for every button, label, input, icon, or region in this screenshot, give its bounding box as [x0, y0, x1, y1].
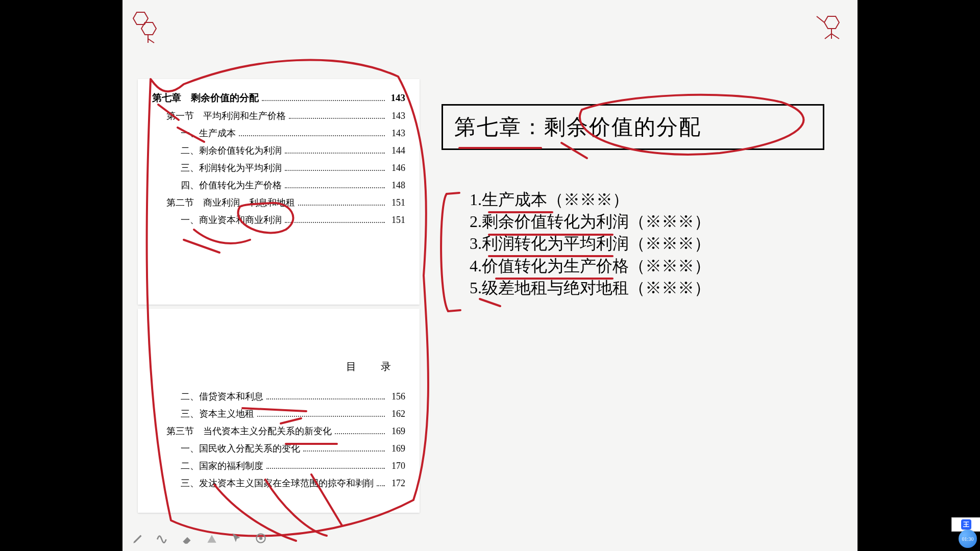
toc-row-label: 二、借贷资本和利息 — [181, 390, 263, 403]
toc-row-label: 三、利润转化为平均利润 — [181, 162, 282, 174]
side-badge-glyph: 王 — [961, 519, 971, 530]
toc-row-label: 第三节 当代资本主义分配关系的新变化 — [166, 425, 332, 437]
toc-row: 二、国家的福利制度170 — [152, 460, 405, 472]
toc-row: 二、剩余价值转化为利润144 — [152, 144, 405, 157]
svg-line-8 — [831, 34, 839, 39]
pointer-tool-icon[interactable] — [230, 532, 243, 545]
pen-tool-icon[interactable] — [132, 532, 145, 545]
toc-row: 三、利润转化为平均利润146 — [152, 162, 405, 174]
toc-page-bottom: 目 录 二、借贷资本和利息156三、资本主义地租162第三节 当代资本主义分配关… — [138, 309, 420, 513]
svg-point-10 — [259, 537, 263, 540]
hex-decoration-top-left — [128, 9, 163, 45]
toc-row-page: 143 — [388, 111, 405, 121]
outline-item: 1.生产成本（※※※） — [470, 189, 710, 211]
svg-line-3 — [148, 39, 154, 43]
toc-row-label: 一、国民收入分配关系的变化 — [181, 442, 300, 455]
toc-chapter-page: 143 — [388, 92, 405, 104]
toc-row-page: 144 — [388, 145, 405, 156]
toc-row: 二、借贷资本和利息156 — [152, 390, 405, 403]
toc-row-page: 148 — [388, 180, 405, 191]
slide-canvas: 第七章 剩余价值的分配 143 第一节 平均利润和生产价格143一、生产成本14… — [122, 0, 857, 551]
svg-marker-4 — [824, 16, 839, 29]
outline-item: 4.价值转化为生产价格（※※※） — [470, 255, 710, 277]
toc-row-label: 一、生产成本 — [181, 127, 236, 139]
toc-row-page: 146 — [388, 163, 405, 173]
toc-page-top: 第七章 剩余价值的分配 143 第一节 平均利润和生产价格143一、生产成本14… — [138, 79, 420, 305]
toc-row: 第一节 平均利润和生产价格143 — [152, 110, 405, 122]
outline-list: 1.生产成本（※※※） 2.剩余价值转化为利润（※※※） 3.利润转化为平均利润… — [470, 189, 710, 299]
wave-tool-icon[interactable] — [156, 532, 169, 545]
chapter-title-text: 第七章：剩余价值的分配 — [454, 115, 701, 139]
toc-row: 第三节 当代资本主义分配关系的新变化169 — [152, 425, 405, 437]
toc-row-page: 169 — [388, 426, 405, 437]
eraser-tool-icon[interactable] — [181, 532, 194, 545]
toc-row-label: 二、国家的福利制度 — [181, 460, 263, 472]
toc-row-label: 第二节 商业利润、利息和地租 — [166, 196, 295, 209]
toc-row-page: 151 — [388, 215, 405, 226]
toc-row-page: 143 — [388, 128, 405, 139]
hex-decoration-top-right — [813, 9, 848, 45]
svg-line-5 — [817, 16, 824, 22]
timer-text: 01:30 — [962, 536, 974, 542]
toc-row-page: 172 — [388, 478, 405, 489]
outline-item: 3.利润转化为平均利润（※※※） — [470, 233, 710, 255]
timer-bubble[interactable]: 01:30 — [959, 530, 977, 548]
toc-row: 一、国民收入分配关系的变化169 — [152, 442, 405, 455]
toc-row: 三、发达资本主义国家在全球范围的掠夺和剥削172 — [152, 477, 405, 489]
shape-tool-icon[interactable] — [205, 532, 218, 545]
toc-row-label: 第一节 平均利润和生产价格 — [166, 110, 286, 122]
outline-item: 2.剩余价值转化为利润（※※※） — [470, 211, 710, 233]
toc-row-page: 151 — [388, 197, 405, 208]
toc-row-label: 三、发达资本主义国家在全球范围的掠夺和剥削 — [181, 477, 374, 489]
chapter-title-box: 第七章：剩余价值的分配 — [442, 104, 824, 150]
toc-row: 一、生产成本143 — [152, 127, 405, 139]
record-tool-icon[interactable] — [254, 532, 267, 545]
toc-row: 一、商业资本和商业利润151 — [152, 214, 405, 226]
toc-row: 三、资本主义地租162 — [152, 408, 405, 420]
toc-row-label: 四、价值转化为生产价格 — [181, 179, 282, 191]
toc-row: 四、价值转化为生产价格148 — [152, 179, 405, 191]
toc-row-page: 156 — [388, 391, 405, 402]
outline-item: 5.级差地租与绝对地租（※※※） — [470, 277, 710, 299]
svg-marker-1 — [141, 22, 156, 35]
svg-line-7 — [825, 34, 831, 39]
toc-row-page: 170 — [388, 461, 405, 471]
toc-heading-mulu: 目 录 — [346, 360, 398, 373]
toc-row-page: 169 — [388, 443, 405, 454]
toc-row-label: 二、剩余价值转化为利润 — [181, 144, 282, 157]
toc-row-page: 162 — [388, 409, 405, 419]
toc-row: 第二节 商业利润、利息和地租151 — [152, 196, 405, 209]
drawing-toolbar — [132, 532, 267, 545]
toc-chapter-row: 第七章 剩余价值的分配 143 — [152, 91, 405, 105]
toc-row-label: 一、商业资本和商业利润 — [181, 214, 282, 226]
toc-chapter-label: 第七章 剩余价值的分配 — [152, 91, 259, 105]
toc-row-label: 三、资本主义地租 — [181, 408, 254, 420]
